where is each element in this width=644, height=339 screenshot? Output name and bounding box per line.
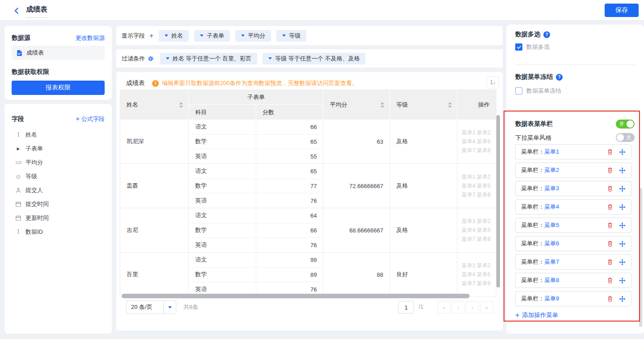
dropdown-style-toggle-off[interactable]: 关 — [616, 133, 635, 142]
number-icon: 123 — [14, 160, 22, 165]
column-header-grade[interactable]: 等级 — [390, 90, 458, 120]
prev-page-button[interactable]: ‹ — [452, 301, 465, 313]
checkbox-unchecked-icon[interactable] — [515, 87, 522, 94]
trash-icon[interactable] — [607, 149, 613, 155]
display-field-chip[interactable]: 子表单 — [194, 30, 230, 42]
cell-actions: 菜单1 菜单2 菜单4 菜单5 菜单7 菜单8 — [458, 120, 496, 163]
menu-name-link[interactable]: 菜单4 — [544, 203, 559, 211]
add-display-field-button[interactable]: + — [149, 32, 153, 40]
sort-carets-icon[interactable] — [448, 102, 452, 108]
column-header-average[interactable]: 平均分 — [323, 90, 390, 120]
field-item-submit-time[interactable]: 提交时间 — [4, 198, 112, 210]
move-icon[interactable] — [619, 204, 626, 210]
trash-icon[interactable] — [607, 296, 613, 302]
filter-chip[interactable]: 姓名 等于任意一个 百里、彩页 — [160, 53, 257, 64]
row-menu-links[interactable]: 菜单1 菜单2 — [462, 262, 491, 270]
field-item-subform[interactable]: ▶ 子表单 — [4, 143, 112, 154]
menu-name-link[interactable]: 菜单7 — [544, 258, 559, 266]
move-icon[interactable] — [619, 277, 626, 284]
sort-order-button[interactable]: 1↓ — [487, 76, 499, 89]
move-icon[interactable] — [619, 240, 626, 247]
data-table: 姓名 子表单 科目 分数 平均分 等级 操作 凯尼深 — [120, 90, 496, 297]
back-button[interactable] — [12, 6, 21, 16]
display-field-chip[interactable]: 平均分 — [235, 30, 271, 42]
trash-icon[interactable] — [607, 222, 613, 228]
trash-icon[interactable] — [607, 277, 613, 283]
trash-icon[interactable] — [607, 185, 613, 192]
menu-bar-item: 菜单栏：菜单8 — [515, 273, 631, 288]
column-header-action: 操作 — [458, 90, 496, 120]
trash-icon[interactable] — [607, 167, 613, 173]
menu-name-link[interactable]: 菜单8 — [544, 276, 559, 284]
report-permission-button[interactable]: 报表权限 — [12, 81, 105, 95]
expander-icon[interactable]: ▶ — [14, 146, 22, 151]
page-size-select[interactable]: 20 条/页 — [126, 300, 176, 314]
notice-text: 编辑界面只取数据源前200条作为查询数据预览，完整数据请访问页面查看。 — [162, 79, 358, 87]
menu-name-link[interactable]: 菜单6 — [544, 240, 559, 248]
row-menu-links[interactable]: 菜单1 菜单2 — [462, 129, 491, 137]
cell-name: 凯尼深 — [120, 120, 189, 163]
gear-icon[interactable] — [148, 56, 154, 62]
menu-freeze-checkbox-row[interactable]: 数据菜单冻结 — [515, 87, 561, 95]
field-item-submitter[interactable]: 提交人 — [4, 185, 112, 196]
help-icon[interactable]: ? — [556, 74, 563, 81]
help-icon[interactable]: ? — [543, 31, 550, 38]
change-datasource-link[interactable]: 更改数据源 — [76, 34, 105, 42]
checkbox-checked-icon[interactable] — [515, 43, 522, 51]
vertical-scrollbar[interactable] — [496, 115, 500, 288]
first-page-button[interactable]: « — [437, 301, 450, 313]
move-icon[interactable] — [619, 167, 626, 174]
panel-scrollbar[interactable] — [639, 188, 642, 327]
next-page-button[interactable]: › — [466, 301, 479, 313]
menu-name-link[interactable]: 菜单1 — [544, 148, 559, 156]
column-header-name[interactable]: 姓名 — [120, 90, 189, 120]
formula-field-link[interactable]: +公式字段 — [76, 115, 105, 123]
data-access-title: 数据获取权限 — [12, 68, 49, 76]
move-icon[interactable] — [619, 222, 626, 229]
horizontal-scrollbar[interactable] — [122, 294, 470, 298]
multi-select-checkbox-row[interactable]: 数据多选 — [515, 43, 550, 51]
field-item-grade[interactable]: ⊙ 等级 — [4, 171, 112, 182]
sort-carets-icon[interactable] — [179, 102, 183, 108]
add-action-menu-link[interactable]: + 添加操作菜单 — [515, 311, 558, 319]
topbar: 成绩表 保存 — [0, 0, 644, 21]
trash-icon[interactable] — [607, 204, 613, 210]
field-item-data-id[interactable]: I 数据ID — [4, 226, 112, 238]
row-menu-links[interactable]: 菜单4 菜单5 — [462, 270, 491, 279]
row-menu-links[interactable]: 菜单7 菜单8 — [462, 279, 491, 288]
display-field-chip[interactable]: 姓名 — [159, 30, 189, 42]
menu-bar-toggle-on[interactable]: 开 — [616, 120, 635, 129]
trash-icon[interactable] — [607, 259, 613, 265]
move-icon[interactable] — [619, 149, 626, 155]
page-number-input[interactable]: 1 — [398, 301, 414, 313]
filter-chip[interactable]: 等级 等于任意一个 不及格、及格 — [263, 53, 365, 64]
row-menu-links[interactable]: 菜单1 菜单2 — [462, 217, 491, 226]
move-icon[interactable] — [619, 259, 626, 266]
page-title[interactable]: 成绩表 — [26, 5, 47, 18]
save-button[interactable]: 保存 — [605, 4, 639, 17]
field-item-update-time[interactable]: 更新时间 — [4, 212, 112, 224]
menu-name-link[interactable]: 菜单3 — [544, 185, 559, 193]
field-item-name[interactable]: I 姓名 — [4, 129, 112, 141]
trash-icon[interactable] — [607, 240, 613, 247]
move-icon[interactable] — [619, 185, 626, 192]
field-item-average[interactable]: 123 平均分 — [4, 157, 112, 168]
menu-name-link[interactable]: 菜单5 — [544, 221, 559, 229]
table-row: 吉尼 语文64 数学66 英语76 68.66666667 及格 菜单1 菜单2… — [120, 208, 496, 253]
datasource-item[interactable]: 成绩表 — [12, 46, 105, 60]
row-menu-links[interactable]: 菜单7 菜单8 — [462, 146, 491, 155]
row-menu-links[interactable]: 菜单4 菜单5 — [462, 226, 491, 235]
row-menu-links[interactable]: 菜单4 菜单5 — [462, 137, 491, 146]
row-menu-links[interactable]: 菜单7 菜单8 — [462, 235, 491, 244]
last-page-button[interactable]: » — [480, 301, 493, 313]
filter-label: 过滤条件 — [122, 55, 145, 63]
menu-name-link[interactable]: 菜单9 — [544, 295, 559, 303]
move-icon[interactable] — [619, 296, 626, 302]
row-menu-links[interactable]: 菜单1 菜单2 — [462, 173, 491, 181]
row-menu-links[interactable]: 菜单4 菜单5 — [462, 182, 491, 190]
cell-subject: 英语 — [189, 193, 256, 208]
sort-carets-icon[interactable] — [381, 102, 384, 108]
display-field-chip[interactable]: 等级 — [276, 30, 306, 42]
row-menu-links[interactable]: 菜单7 菜单8 — [462, 191, 491, 199]
menu-name-link[interactable]: 菜单2 — [544, 166, 559, 174]
